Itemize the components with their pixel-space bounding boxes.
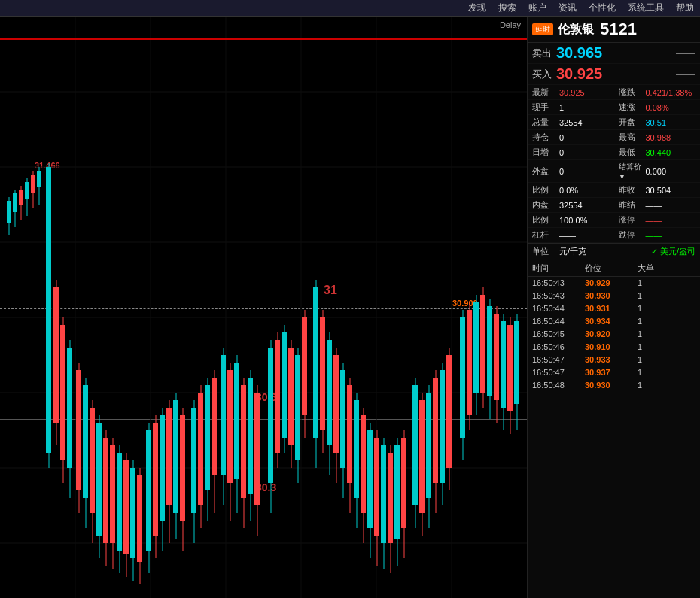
list-item: 16:50:48 30.930 1 — [528, 379, 700, 392]
svg-rect-41 — [96, 423, 102, 536]
svg-rect-103 — [327, 340, 332, 445]
svg-rect-37 — [83, 385, 88, 498]
delay-badge: 延时 — [532, 23, 553, 35]
list-item: 16:50:43 30.930 1 — [528, 290, 700, 302]
nav-personalize[interactable]: 个性化 — [589, 2, 616, 14]
list-item: 16:50:44 30.934 1 — [528, 315, 700, 328]
svg-rect-75 — [221, 355, 226, 475]
svg-rect-117 — [374, 438, 379, 536]
svg-rect-111 — [354, 400, 359, 498]
svg-rect-131 — [426, 393, 431, 498]
sell-row: 卖出 30.965 —— — [528, 43, 700, 64]
nav-search[interactable]: 搜索 — [498, 2, 516, 14]
sell-change: —— — [676, 47, 695, 59]
svg-rect-67 — [191, 408, 196, 513]
stat-outer: 外盘 0 — [528, 160, 614, 183]
nav-news[interactable]: 资讯 — [558, 2, 577, 14]
svg-rect-61 — [166, 408, 172, 505]
stat-settle: 结算价▼ 0.000 — [614, 160, 701, 183]
list-item: 16:50:46 30.910 1 — [528, 341, 700, 354]
right-panel: 延时 伦敦银 5121 卖出 30.965 —— 买入 30.925 —— 最新… — [527, 17, 700, 598]
stat-ratio2: 比例 100.0% — [528, 213, 614, 228]
stat-total: 总量 32554 — [528, 115, 614, 130]
svg-rect-19 — [19, 190, 23, 205]
list-item: 16:50:44 30.931 1 — [528, 302, 700, 315]
list-item: 16:50:47 30.937 1 — [528, 366, 700, 379]
nav-account[interactable]: 账户 — [528, 2, 546, 14]
svg-rect-147 — [487, 306, 492, 396]
stat-day-inc: 日增 0 — [528, 145, 614, 160]
svg-rect-55 — [146, 430, 151, 551]
buy-price: 30.925 — [556, 65, 676, 83]
svg-rect-113 — [361, 415, 366, 513]
stat-speed: 速涨 0.08% — [614, 100, 701, 115]
stat-low: 最低 30.440 — [614, 145, 701, 160]
svg-rect-25 — [37, 171, 41, 187]
svg-rect-105 — [333, 355, 339, 453]
stat-yestclose: 昨收 30.504 — [614, 183, 701, 198]
stat-high: 最高 30.988 — [614, 130, 701, 145]
svg-rect-63 — [173, 400, 178, 513]
svg-rect-65 — [180, 415, 185, 521]
svg-rect-151 — [501, 321, 506, 408]
svg-rect-57 — [153, 423, 158, 536]
stat-change-label: 涨跌 0.421/1.38% — [614, 85, 701, 100]
svg-rect-79 — [234, 363, 239, 479]
svg-rect-27 — [46, 167, 51, 453]
svg-rect-15 — [7, 201, 11, 223]
stat-latest-label: 最新 30.925 — [528, 85, 614, 100]
nav-tools[interactable]: 系统工具 — [628, 2, 664, 14]
svg-rect-17 — [13, 193, 17, 212]
main-layout: Delay 31 30.6 30.3 31.466 30.900 — [0, 17, 700, 598]
svg-rect-83 — [248, 378, 253, 494]
svg-rect-51 — [130, 468, 135, 558]
svg-rect-93 — [288, 348, 294, 445]
svg-rect-81 — [241, 385, 246, 498]
stat-inner: 内盘 32554 — [528, 198, 614, 213]
svg-rect-33 — [67, 348, 72, 468]
svg-rect-47 — [117, 453, 122, 551]
svg-rect-43 — [103, 438, 108, 543]
stat-yestsettle: 昨结 —— — [614, 198, 701, 213]
chart-area[interactable]: Delay 31 30.6 30.3 31.466 30.900 — [0, 17, 527, 598]
stats-grid: 最新 30.925 涨跌 0.421/1.38% 现手 1 速涨 0.08% 总… — [528, 85, 700, 244]
svg-rect-123 — [394, 445, 400, 539]
list-item: 16:50:43 30.929 1 — [528, 277, 700, 290]
svg-rect-119 — [381, 445, 386, 543]
svg-rect-97 — [302, 317, 307, 415]
svg-rect-155 — [514, 321, 519, 404]
svg-rect-45 — [110, 445, 115, 543]
svg-rect-125 — [401, 438, 406, 528]
nav-help[interactable]: 帮助 — [676, 2, 694, 14]
svg-rect-53 — [137, 475, 142, 562]
unit-row: 单位 元/千克 ✓ 美元/盎司 — [528, 244, 700, 260]
list-item: 16:50:45 30.920 1 — [528, 328, 700, 341]
svg-rect-133 — [433, 378, 438, 483]
svg-rect-143 — [473, 302, 479, 393]
svg-rect-115 — [367, 430, 373, 528]
list-item: 16:50:47 30.933 1 — [528, 354, 700, 366]
symbol-name: 伦敦银 — [558, 22, 594, 38]
svg-rect-23 — [31, 175, 35, 193]
svg-rect-91 — [282, 332, 287, 438]
stat-fall-limit: 跌停 —— — [614, 228, 701, 243]
svg-rect-59 — [160, 415, 165, 521]
buy-label: 买入 — [532, 68, 556, 81]
tick-header: 时间 价位 大单 — [528, 260, 700, 277]
svg-rect-35 — [76, 370, 81, 490]
stat-open: 开盘 30.51 — [614, 115, 701, 130]
svg-rect-141 — [467, 310, 472, 415]
buy-row: 买入 30.925 —— — [528, 64, 700, 85]
svg-rect-121 — [388, 453, 393, 543]
svg-rect-49 — [123, 460, 129, 554]
stat-position: 持仓 0 — [528, 130, 614, 145]
svg-rect-99 — [313, 287, 318, 438]
svg-rect-87 — [268, 348, 273, 483]
topbar: 发现 搜索 账户 资讯 个性化 系统工具 帮助 — [0, 0, 700, 17]
sell-price: 30.965 — [556, 44, 676, 62]
nav-discover[interactable]: 发现 — [468, 2, 486, 14]
stat-leverage: 杠杆 —— — [528, 228, 614, 243]
sell-label: 卖出 — [532, 47, 556, 60]
svg-rect-145 — [480, 295, 485, 393]
stat-hand: 现手 1 — [528, 100, 614, 115]
